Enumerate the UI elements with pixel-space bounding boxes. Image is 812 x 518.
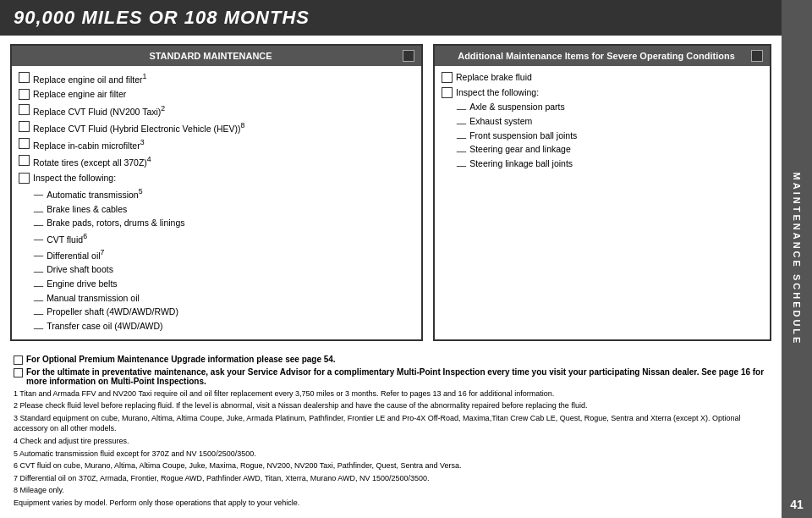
sub-item-label: Brake lines & cables [47,203,127,216]
dash-icon: __ [34,231,43,240]
list-item: __ Exhaust system [457,115,763,128]
footnote-bold-text: For Optional Premium Maintenance Upgrade… [26,355,336,364]
tables-row: STANDARD MAINTENANCE Replace engine oil … [10,44,771,341]
sub-item-label: Drive shaft boots [47,263,113,276]
item-label: Replace brake fluid [456,71,532,84]
sub-item-label: Transfer case oil (4WD/AWD) [47,320,163,333]
standard-maintenance-title: STANDARD MAINTENANCE [19,51,403,61]
footnote-normal-item: 1 Titan and Armada FFV and NV200 Taxi re… [14,388,768,400]
checkbox-icon[interactable] [442,72,453,83]
list-item: Replace engine air filter [19,88,414,101]
checkbox-icon[interactable] [19,173,30,184]
page-header: 90,000 MILES OR 108 MONTHS [0,0,782,36]
footnote-normal-item: 5 Automatic transmission fluid except fo… [14,449,768,460]
footnote-normal-item: 2 Please check fluid level before replac… [14,400,768,411]
footnote-bold-text: For the ultimate in preventative mainten… [26,367,768,386]
additional-maintenance-body: Replace brake fluid Inspect the followin… [435,66,770,177]
content-area: STANDARD MAINTENANCE Replace engine oil … [0,36,782,518]
checkbox-icon[interactable] [442,87,453,98]
dash-icon: __ [457,143,466,152]
footnote-normal-item: 7 Differential oil on 370Z, Armada, Fron… [14,473,768,484]
footnote-normal-item: 6 CVT fluid on cube, Murano, Altima, Alt… [14,460,768,471]
footnote-normal-item: 3 Standard equipment on cube, Murano, Al… [14,413,768,434]
sub-item-label: Manual transmission oil [47,292,140,305]
item-label: Inspect the following: [33,172,116,185]
list-item: __ Automatic transmission5 [34,186,414,201]
sub-item-label: Exhaust system [469,115,532,128]
sidebar: MAINTENANCE SCHEDULE 41 [782,0,812,518]
list-item: Rotate tires (except all 370Z)4 [19,154,414,168]
checkbox-icon[interactable] [19,121,30,132]
list-item: Replace engine oil and filter1 [19,71,414,85]
header-square-icon [403,50,414,62]
sub-item-label: CVT fluid6 [47,231,87,245]
dash-icon: __ [34,292,43,301]
list-item: Inspect the following: [442,86,763,99]
sub-item-label: Differential oil7 [47,247,104,262]
list-item: __ Brake pads, rotors, drums & linings [34,217,414,229]
list-item: __ Engine drive belts [34,278,414,290]
sub-item-label: Propeller shaft (4WD/AWD/RWD) [47,306,178,318]
footnote-normal-item: 4 Check and adjust tire pressures. [14,436,768,447]
list-item: __ CVT fluid6 [34,231,414,245]
checkbox-icon[interactable] [19,138,30,149]
dash-icon: __ [34,278,43,287]
sub-item-label: Engine drive belts [47,278,117,290]
page-number: 41 [790,498,804,511]
item-label: Replace in-cabin microfilter3 [33,137,145,152]
dash-icon: __ [457,157,466,167]
footnote-bold-item: For Optional Premium Maintenance Upgrade… [14,355,768,365]
footnote-checkbox-icon[interactable] [14,368,23,377]
list-item: __ Transfer case oil (4WD/AWD) [34,320,414,333]
item-label: Replace CVT Fluid (NV200 Taxi)2 [33,103,165,118]
additional-maintenance-table: Additional Maintenance Items for Severe … [433,44,771,341]
item-label: Replace engine oil and filter1 [33,71,146,85]
footnote-normal-item: 8 Mileage only. [14,485,768,496]
additional-maintenance-header: Additional Maintenance Items for Severe … [435,46,770,66]
item-label: Inspect the following: [456,86,539,99]
list-item: __ Propeller shaft (4WD/AWD/RWD) [34,306,414,318]
list-item: __ Front suspension ball joints [457,130,763,142]
dash-icon: __ [34,217,43,226]
page-title: 90,000 MILES OR 108 MONTHS [14,7,310,29]
additional-maintenance-title: Additional Maintenance Items for Severe … [442,51,751,61]
footnote-checkbox-icon[interactable] [14,355,23,365]
checkbox-icon[interactable] [19,72,30,83]
list-item: Replace in-cabin microfilter3 [19,137,414,152]
dash-icon: __ [457,115,466,124]
list-item: __ Steering gear and linkage [457,143,763,156]
dash-icon: __ [34,247,43,256]
checkbox-icon[interactable] [19,155,30,166]
dash-icon: __ [34,263,43,273]
dash-icon: __ [34,203,43,212]
dash-icon: __ [34,186,43,196]
list-item: __ Steering linkage ball joints [457,157,763,170]
standard-maintenance-header: STANDARD MAINTENANCE [12,46,421,66]
checkbox-icon[interactable] [19,104,30,115]
item-label: Replace engine air filter [33,88,126,101]
dash-icon: __ [457,130,466,139]
list-item: Inspect the following: [19,172,414,185]
footnote-bold-item: For the ultimate in preventative mainten… [14,367,768,386]
sub-item-label: Front suspension ball joints [469,130,577,142]
list-item: __ Differential oil7 [34,247,414,262]
sub-item-label: Steering linkage ball joints [469,157,573,170]
checkbox-icon[interactable] [19,89,30,100]
list-item: __ Drive shaft boots [34,263,414,276]
item-label: Replace CVT Fluid (Hybrid Electronic Veh… [33,120,244,135]
list-item: Replace brake fluid [442,71,763,84]
dash-icon: __ [457,101,466,110]
sub-item-label: Steering gear and linkage [469,143,571,156]
footnote-normal-item: Equipment varies by model. Perform only … [14,498,768,509]
standard-maintenance-table: STANDARD MAINTENANCE Replace engine oil … [10,44,423,341]
item-label: Rotate tires (except all 370Z)4 [33,154,151,168]
sub-items-list: __ Automatic transmission5 __ Brake line… [34,186,414,332]
list-item: __ Brake lines & cables [34,203,414,216]
list-item: __ Axle & suspension parts [457,101,763,113]
sub-item-label: Automatic transmission5 [47,186,142,201]
additional-sub-items: __ Axle & suspension parts __ Exhaust sy… [457,101,763,169]
standard-maintenance-body: Replace engine oil and filter1 Replace e… [12,66,421,339]
sub-item-label: Axle & suspension parts [469,101,565,113]
dash-icon: __ [34,320,43,329]
main-content: 90,000 MILES OR 108 MONTHS STANDARD MAIN… [0,0,782,518]
